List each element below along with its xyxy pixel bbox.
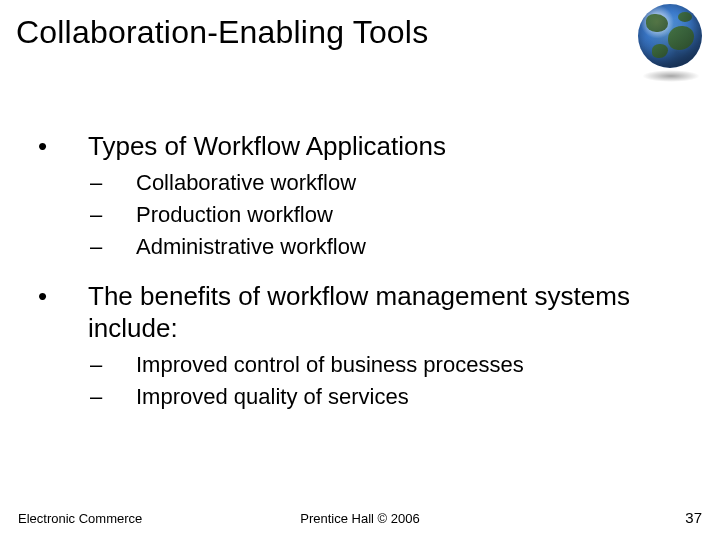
- bullet-text: The benefits of workflow management syst…: [88, 280, 648, 344]
- sub-dash: –: [90, 350, 136, 380]
- sub-text: Collaborative workflow: [136, 168, 356, 198]
- bullet-mark: •: [38, 130, 88, 162]
- slide-body: • Types of Workflow Applications – Colla…: [38, 120, 690, 430]
- bullet-item: • The benefits of workflow management sy…: [38, 280, 690, 344]
- sub-item: – Collaborative workflow: [38, 168, 690, 198]
- sub-list: – Collaborative workflow – Production wo…: [38, 168, 690, 262]
- slide-number: 37: [685, 509, 702, 526]
- slide: Collaboration-Enabling Tools • Types of …: [0, 0, 720, 540]
- globe-land: [652, 44, 668, 58]
- sub-item: – Improved quality of services: [38, 382, 690, 412]
- bullet-text: Types of Workflow Applications: [88, 130, 446, 162]
- globe-land: [668, 26, 694, 50]
- sub-text: Improved quality of services: [136, 382, 409, 412]
- globe-ball: [638, 4, 702, 68]
- sub-text: Production workflow: [136, 200, 333, 230]
- sub-dash: –: [90, 200, 136, 230]
- sub-text: Improved control of business processes: [136, 350, 524, 380]
- sub-item: – Administrative workflow: [38, 232, 690, 262]
- globe-land: [646, 14, 668, 32]
- sub-dash: –: [90, 232, 136, 262]
- sub-list: – Improved control of business processes…: [38, 350, 690, 412]
- sub-dash: –: [90, 382, 136, 412]
- sub-dash: –: [90, 168, 136, 198]
- sub-text: Administrative workflow: [136, 232, 366, 262]
- globe-icon: [632, 2, 710, 80]
- sub-item: – Improved control of business processes: [38, 350, 690, 380]
- sub-item: – Production workflow: [38, 200, 690, 230]
- globe-land: [678, 12, 692, 22]
- slide-title: Collaboration-Enabling Tools: [16, 14, 428, 51]
- globe-shadow: [642, 70, 700, 82]
- bullet-item: • Types of Workflow Applications: [38, 130, 690, 162]
- bullet-mark: •: [38, 280, 88, 312]
- footer-center: Prentice Hall © 2006: [0, 511, 720, 526]
